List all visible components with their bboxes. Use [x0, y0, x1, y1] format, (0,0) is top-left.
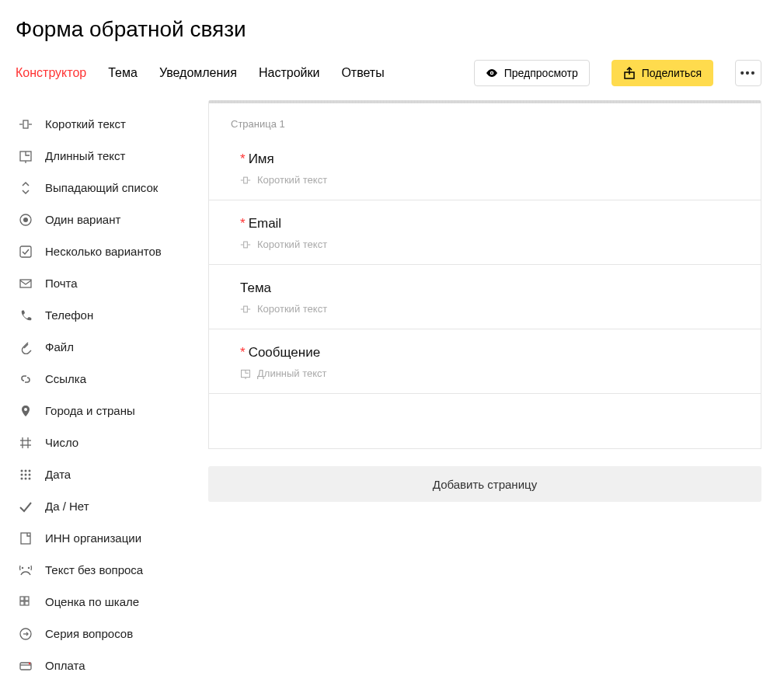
sidebar-item-rating[interactable]: Оценка по шкале — [16, 586, 190, 618]
sidebar-item-date[interactable]: Дата — [16, 458, 190, 490]
hash-icon — [19, 436, 33, 450]
sidebar-item-label: Ссылка — [45, 371, 86, 387]
share-icon — [623, 67, 636, 79]
long-text-icon — [240, 368, 251, 379]
question-type-label: Короткий текст — [257, 238, 327, 252]
phone-icon — [19, 308, 33, 322]
sidebar-item-label: Серия вопросов — [45, 625, 133, 642]
tab-constructor[interactable]: Конструктор — [16, 64, 86, 82]
preview-button[interactable]: Предпросмотр — [474, 60, 590, 86]
grid-icon — [19, 595, 33, 609]
check-icon — [19, 500, 33, 514]
question-title: *Имя — [240, 150, 739, 169]
sidebar-item-short-text[interactable]: Короткий текст — [16, 108, 190, 140]
sidebar-item-label: Да / Нет — [45, 498, 89, 514]
sidebar-item-label: Текст без вопроса — [45, 562, 143, 578]
question-title: Тема — [240, 279, 739, 298]
required-mark: * — [240, 216, 246, 231]
top-tabs-bar: Конструктор Тема Уведомления Настройки О… — [16, 55, 761, 100]
sidebar-item-label: ИНН организации — [45, 530, 141, 546]
arrow-circle-icon — [19, 627, 33, 641]
sidebar-item-label: Города и страны — [45, 402, 135, 419]
question-message[interactable]: *Сообщение Длинный текст — [209, 329, 761, 394]
sidebar-item-label: Файл — [45, 339, 74, 355]
question-subject[interactable]: Тема Короткий текст — [209, 265, 761, 329]
sidebar-item-label: Несколько вариантов — [45, 243, 162, 259]
location-pin-icon — [19, 404, 33, 418]
field-types-sidebar: Короткий текст Длинный текст Выпадающий … — [16, 100, 190, 681]
share-button[interactable]: Поделиться — [611, 60, 713, 86]
sidebar-item-payment[interactable]: Оплата — [16, 650, 190, 681]
question-title: *Сообщение — [240, 343, 739, 362]
sidebar-item-radio[interactable]: Один вариант — [16, 204, 190, 235]
question-type: Короткий текст — [240, 238, 739, 252]
required-mark: * — [240, 151, 246, 166]
sidebar-item-label: Оценка по шкале — [45, 594, 139, 610]
link-icon — [19, 372, 33, 386]
add-page-label: Добавить страницу — [433, 476, 537, 493]
question-type: Короткий текст — [240, 302, 739, 316]
sidebar-item-label: Оплата — [45, 657, 85, 674]
ellipsis-icon: ••• — [740, 67, 757, 79]
short-text-icon — [240, 304, 251, 315]
grid-dots-icon — [19, 468, 33, 482]
sidebar-item-email[interactable]: Почта — [16, 267, 190, 299]
sidebar-item-link[interactable]: Ссылка — [16, 363, 190, 395]
email-icon — [19, 277, 33, 291]
long-text-icon — [19, 149, 33, 163]
short-text-icon — [240, 239, 251, 250]
short-text-icon — [19, 117, 33, 131]
question-title: *Email — [240, 214, 739, 233]
sidebar-item-boolean[interactable]: Да / Нет — [16, 490, 190, 522]
form-canvas: Страница 1 *Имя Короткий текст *Email Ко… — [208, 100, 761, 502]
quote-icon — [19, 563, 33, 577]
form-page-card: Страница 1 *Имя Короткий текст *Email Ко… — [208, 100, 761, 449]
sidebar-item-label: Телефон — [45, 307, 93, 323]
eye-icon — [486, 67, 498, 79]
question-email[interactable]: *Email Короткий текст — [209, 200, 761, 265]
question-type-label: Длинный текст — [257, 367, 327, 381]
question-type-label: Короткий текст — [257, 302, 327, 316]
tab-settings[interactable]: Настройки — [259, 64, 319, 82]
sidebar-item-number[interactable]: Число — [16, 427, 190, 458]
sidebar-item-label: Один вариант — [45, 211, 120, 228]
sidebar-item-label: Дата — [45, 466, 71, 482]
preview-button-label: Предпросмотр — [504, 67, 578, 79]
sidebar-item-phone[interactable]: Телефон — [16, 299, 190, 331]
radio-icon — [19, 213, 33, 227]
question-type: Длинный текст — [240, 367, 739, 381]
card-icon — [19, 659, 33, 673]
document-icon — [19, 531, 33, 545]
sidebar-item-dropdown[interactable]: Выпадающий список — [16, 172, 190, 204]
tab-notifications[interactable]: Уведомления — [159, 64, 237, 82]
more-actions-button[interactable]: ••• — [735, 60, 761, 86]
sidebar-item-label: Выпадающий список — [45, 179, 158, 196]
question-name[interactable]: *Имя Короткий текст — [209, 136, 761, 200]
sidebar-item-label: Длинный текст — [45, 148, 125, 164]
sidebar-item-long-text[interactable]: Длинный текст — [16, 140, 190, 172]
sidebar-item-location[interactable]: Города и страны — [16, 395, 190, 427]
checkbox-icon — [19, 245, 33, 259]
page-label: Страница 1 — [209, 103, 761, 136]
sidebar-item-label: Почта — [45, 275, 78, 291]
sidebar-item-label: Короткий текст — [45, 116, 126, 132]
sidebar-item-file[interactable]: Файл — [16, 331, 190, 363]
paperclip-icon — [19, 340, 33, 354]
short-text-icon — [240, 175, 251, 186]
sidebar-item-label: Число — [45, 434, 78, 451]
tab-answers[interactable]: Ответы — [341, 64, 384, 82]
add-page-button[interactable]: Добавить страницу — [208, 466, 761, 502]
sidebar-item-org-id[interactable]: ИНН организации — [16, 522, 190, 554]
question-type-label: Короткий текст — [257, 173, 327, 187]
question-type: Короткий текст — [240, 173, 739, 187]
sidebar-item-text-block[interactable]: Текст без вопроса — [16, 554, 190, 586]
sidebar-item-checkbox[interactable]: Несколько вариантов — [16, 235, 190, 267]
sidebar-item-series[interactable]: Серия вопросов — [16, 618, 190, 650]
dropdown-icon — [19, 181, 33, 195]
tab-theme[interactable]: Тема — [108, 64, 138, 82]
share-button-label: Поделиться — [642, 67, 702, 79]
required-mark: * — [240, 345, 246, 360]
page-title: Форма обратной связи — [16, 14, 761, 44]
